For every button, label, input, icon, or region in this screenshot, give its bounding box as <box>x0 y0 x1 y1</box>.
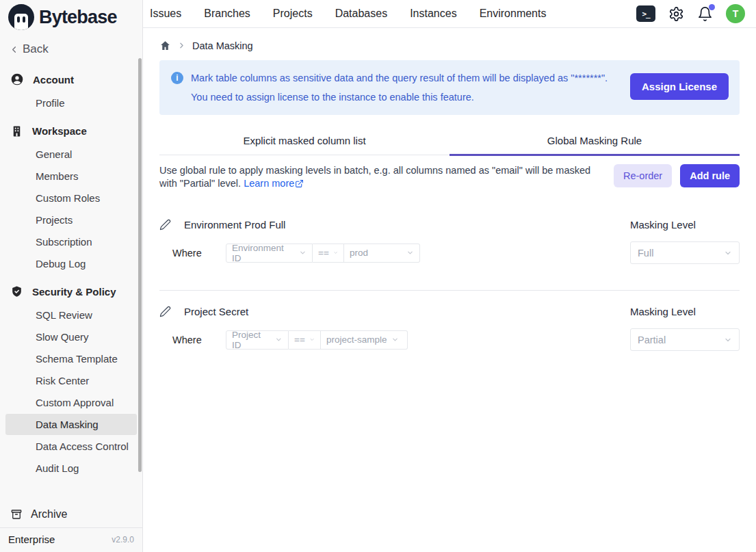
notifications-bell-icon[interactable] <box>697 6 713 22</box>
operator-select[interactable]: == <box>289 330 321 350</box>
license-info-banner: i Mark table columns as sensitive data a… <box>159 60 740 115</box>
section-label: Security & Policy <box>32 286 116 298</box>
section-label: Workspace <box>32 125 87 137</box>
section-account: Account <box>0 67 142 92</box>
banner-line-1: Mark table columns as sensitive data and… <box>191 68 612 88</box>
sidebar-item-audit-log[interactable]: Audit Log <box>5 458 137 479</box>
sidebar-item-data-access-control[interactable]: Data Access Control <box>5 436 137 457</box>
masking-level-select[interactable]: Full <box>630 241 740 264</box>
rule-title: Environment Prod Full <box>184 219 285 231</box>
chevron-down-icon <box>299 249 307 257</box>
nav-instances[interactable]: Instances <box>410 8 456 20</box>
sql-editor-terminal-icon[interactable]: >_ <box>636 5 655 22</box>
notification-dot <box>709 4 715 10</box>
shield-check-icon <box>10 285 23 298</box>
chevron-down-icon <box>724 249 732 257</box>
rules-description: Use global rule to apply masking levels … <box>159 164 610 192</box>
section-security-policy: Security & Policy <box>0 280 142 304</box>
chevron-down-icon <box>406 249 414 257</box>
chevron-down-icon <box>275 336 283 343</box>
breadcrumb-current: Data Masking <box>192 40 253 51</box>
app-version: v2.9.0 <box>112 535 134 544</box>
sidebar-item-members[interactable]: Members <box>5 166 137 187</box>
tab-global-masking-rule[interactable]: Global Masking Rule <box>449 129 740 155</box>
learn-more-link[interactable]: Learn more <box>244 178 304 189</box>
chevron-right-icon <box>177 41 186 50</box>
external-link-icon <box>295 179 304 192</box>
nav-branches[interactable]: Branches <box>204 8 250 20</box>
condition-group: Project ID == project-sample <box>226 330 408 350</box>
sidebar-item-general[interactable]: General <box>5 144 137 165</box>
edit-rule-button[interactable] <box>159 306 171 317</box>
sidebar-item-subscription[interactable]: Subscription <box>5 231 137 252</box>
back-button[interactable]: Back <box>0 31 142 60</box>
chevron-down-icon <box>724 336 732 344</box>
sidebar-item-projects[interactable]: Projects <box>5 209 137 231</box>
rule-title: Project Secret <box>184 306 248 317</box>
home-icon[interactable] <box>159 40 171 51</box>
sidebar-item-debug-log[interactable]: Debug Log <box>5 253 137 274</box>
nav-databases[interactable]: Databases <box>335 8 388 20</box>
plan-footer: Enterprise v2.9.0 <box>0 527 142 552</box>
rule-divider <box>159 290 740 291</box>
rule-controls: Where Environment ID == prod <box>159 241 740 264</box>
tab-explicit-masked-column-list[interactable]: Explicit masked column list <box>159 129 449 155</box>
masking-rule-card: Project Secret Masking Level Where Proje… <box>159 306 740 351</box>
sidebar-item-slow-query[interactable]: Slow Query <box>5 326 137 347</box>
topnav-actions: >_ T <box>636 4 745 23</box>
chevron-left-icon <box>9 44 19 55</box>
masking-tabs: Explicit masked column list Global Maski… <box>159 129 740 155</box>
sidebar-item-schema-template[interactable]: Schema Template <box>5 348 137 369</box>
building-icon <box>10 124 23 137</box>
archive-label: Archive <box>31 508 67 521</box>
sidebar-scrollbar[interactable] <box>138 58 142 472</box>
sidebar-nav: Account Profile Workspace General Member… <box>0 60 142 503</box>
banner-line-2: You need to assign license to the instan… <box>191 88 612 107</box>
masking-level-select[interactable]: Partial <box>630 328 740 351</box>
masking-rule-card: Environment Prod Full Masking Level Wher… <box>159 219 740 291</box>
where-label: Where <box>172 334 204 345</box>
rule-header: Project Secret Masking Level <box>159 306 740 317</box>
value-select[interactable]: prod <box>344 244 420 263</box>
sidebar-item-data-masking[interactable]: Data Masking <box>5 414 137 435</box>
back-label: Back <box>23 42 49 56</box>
info-icon: i <box>171 72 183 84</box>
factor-select[interactable]: Project ID <box>226 330 289 350</box>
brand-name: Bytebase <box>39 7 117 28</box>
page-content: Data Masking i Mark table columns as sen… <box>143 28 756 351</box>
top-navbar: Issues Branches Projects Databases Insta… <box>143 0 756 28</box>
user-avatar[interactable]: T <box>726 4 745 23</box>
nav-environments[interactable]: Environments <box>480 8 547 20</box>
section-label: Account <box>33 74 74 86</box>
main-nav: Issues Branches Projects Databases Insta… <box>150 8 546 20</box>
rule-controls: Where Project ID == project-sample <box>159 328 740 351</box>
breadcrumb: Data Masking <box>159 28 740 60</box>
sidebar-item-custom-approval[interactable]: Custom Approval <box>5 392 137 413</box>
archive-icon <box>10 508 23 521</box>
edit-rule-button[interactable] <box>159 219 171 231</box>
section-workspace: Workspace <box>0 119 142 143</box>
sidebar-item-custom-roles[interactable]: Custom Roles <box>5 187 137 209</box>
factor-select[interactable]: Environment ID <box>226 244 313 263</box>
sidebar-item-risk-center[interactable]: Risk Center <box>5 370 137 391</box>
plan-name: Enterprise <box>8 534 55 545</box>
pencil-icon <box>159 306 171 317</box>
rules-toolbar: Use global rule to apply masking levels … <box>159 164 740 192</box>
assign-license-button[interactable]: Assign License <box>630 73 729 100</box>
app-window: Bytebase Back Account Profile <box>0 0 756 552</box>
archive-button[interactable]: Archive <box>0 503 142 527</box>
settings-gear-icon[interactable] <box>668 6 684 22</box>
rule-header: Environment Prod Full Masking Level <box>159 219 740 231</box>
sidebar-item-profile[interactable]: Profile <box>5 92 137 114</box>
condition-group: Environment ID == prod <box>226 244 420 263</box>
sidebar-item-sql-review[interactable]: SQL Review <box>5 304 137 326</box>
chevron-down-icon <box>333 249 338 257</box>
bytebase-logo[interactable]: Bytebase <box>0 0 142 31</box>
value-select[interactable]: project-sample <box>321 330 408 350</box>
operator-select[interactable]: == <box>313 244 344 263</box>
nav-projects[interactable]: Projects <box>273 8 313 20</box>
add-rule-button[interactable]: Add rule <box>680 164 740 187</box>
nav-issues[interactable]: Issues <box>150 8 181 20</box>
masking-level-label: Masking Level <box>630 306 740 317</box>
reorder-button[interactable]: Re-order <box>614 164 672 187</box>
